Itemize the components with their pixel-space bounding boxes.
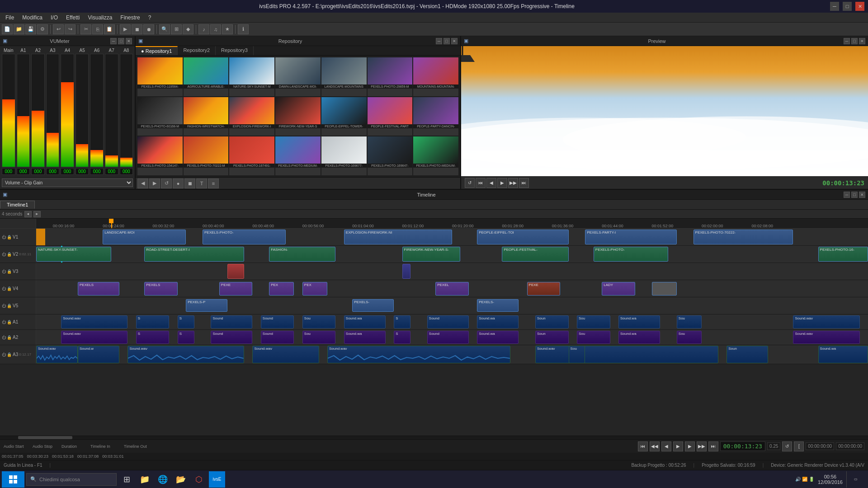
track-v2-power[interactable]: ⏻ [2, 252, 6, 257]
v4-clip-9[interactable] [652, 282, 677, 296]
track-a2-lock[interactable]: 🔒 [7, 335, 12, 340]
v1-clip-photo[interactable]: PEXELS-PHOTO- [203, 230, 286, 244]
repo-thumb-12[interactable]: PEOPLE-FESTIVAL-PART [368, 97, 413, 136]
repo-thumb-3[interactable]: DAWN-LANDSCAPE-MOI- [275, 57, 321, 96]
preview-minimize[interactable]: ─ [844, 38, 850, 44]
track-a3-lock[interactable]: 🔒 [7, 352, 12, 357]
a1-clip-14[interactable]: Sou [677, 315, 702, 328]
repo-thumb-7[interactable]: PEXELS-PHOTO-60168-M [137, 97, 183, 136]
close-button[interactable]: ✕ [855, 2, 864, 11]
a2-clip-3[interactable]: S [178, 331, 194, 344]
a2-clip-7[interactable]: Sound.wa [344, 331, 386, 344]
taskbar-ivse-app[interactable]: ivsE [209, 471, 225, 488]
track-a3-power[interactable]: ⏻ [2, 352, 6, 357]
preview-prev-frame[interactable]: ◀ [486, 178, 496, 188]
v2-clip-nature[interactable]: NATURE-SKY-SUNSET- [36, 247, 111, 262]
timeline-close[interactable]: ✕ [859, 192, 865, 198]
track-v4-power[interactable]: ⏻ [2, 286, 6, 291]
repository-minimize[interactable]: ─ [436, 38, 442, 44]
repo-tab-3[interactable]: Repository3 [216, 46, 254, 55]
a2-clip-10[interactable]: Sound.wa [477, 331, 519, 344]
track-v5-lock[interactable]: 🔒 [7, 304, 12, 308]
vu-meter-minimize[interactable]: ─ [110, 38, 117, 44]
scale-right[interactable]: ► [33, 211, 41, 217]
track-v1-content[interactable]: LANDSCAPE-MOI PEXELS-PHOTO- EXPLOSION-FI… [36, 229, 868, 245]
a3-clip-3[interactable]: Sound.wav [127, 346, 244, 363]
v4-clip-8[interactable]: LADY [602, 282, 635, 296]
repo-thumb-13[interactable]: PEOPLE-PARTY-DANCIN- [413, 97, 458, 136]
repository-close[interactable]: ✕ [451, 38, 458, 44]
a1-clip-1[interactable]: Sound.wav [61, 315, 127, 328]
transport-rewind[interactable]: ⏮ [638, 441, 648, 451]
timeline-scroll[interactable] [0, 436, 868, 439]
a2-clip-6[interactable]: Sou [302, 331, 336, 344]
v2-clip-firework[interactable]: FIREWORK-NEW-YEAR-S- [402, 247, 461, 262]
repo-btn-1[interactable]: ◀ [137, 178, 148, 188]
v1-clip-people[interactable]: PEOPLE-EIFFEL-TOI [477, 230, 568, 244]
scale-left[interactable]: ◄ [24, 211, 32, 217]
track-a3-content[interactable]: Sound.wav Sound.w Sound.wav Sound.wav So… [36, 345, 868, 364]
repo-btn-5[interactable]: ⏹ [184, 178, 195, 188]
repo-thumb-17[interactable]: PEXELS-PHOTO-MEDIUM- [275, 136, 321, 175]
repo-thumb-16[interactable]: PEXELS-PHOTO-167491- [229, 136, 274, 175]
toolbar-cut[interactable]: ✂ [80, 24, 91, 34]
a3-clip-8[interactable]: Soun [726, 346, 768, 363]
a2-clip-14[interactable]: Sou [677, 331, 702, 344]
v4-clip-7[interactable]: PEXE [527, 282, 561, 296]
v1-clip-photo2[interactable]: PEXELS-PHOTO-70222- [693, 230, 793, 244]
toolbar-copy[interactable]: ⎘ [92, 24, 103, 34]
a3-clip-7[interactable]: Sou [569, 346, 585, 363]
scroll-thumb[interactable] [18, 436, 72, 439]
track-v3-lock[interactable]: 🔒 [7, 269, 12, 274]
repo-btn-2[interactable]: ▶ [149, 178, 160, 188]
a3-clip-9[interactable]: Sound.wa [818, 346, 868, 363]
menu-file[interactable]: File [2, 14, 18, 22]
toolbar-new[interactable]: 📄 [2, 24, 13, 34]
toolbar-fx[interactable]: ★ [222, 24, 233, 34]
toolbar-audio2[interactable]: ♫ [210, 24, 221, 34]
show-desktop[interactable]: ▭ [846, 471, 863, 488]
track-v4-content[interactable]: PEXELS PEXELS PEXE PEX PEX PEXEL PEXE LA… [36, 280, 868, 297]
menu-help[interactable]: ? [145, 14, 155, 22]
a1-clip-9[interactable]: Sound [427, 315, 469, 328]
repo-thumb-20[interactable]: PEXELS-PHOTO-MEDIUM- [413, 136, 458, 175]
a1-clip-2[interactable]: S [136, 315, 170, 328]
v4-clip-6[interactable]: PEXEL [435, 282, 469, 296]
track-v1-power[interactable]: ⏻ [2, 235, 6, 239]
a1-clip-11[interactable]: Soun [535, 315, 569, 328]
a2-clip-9[interactable]: Sound [427, 331, 469, 344]
v4-clip-4[interactable]: PEX [269, 282, 294, 296]
maximize-button[interactable]: □ [843, 2, 852, 11]
v4-clip-2[interactable]: PEXELS [144, 282, 178, 296]
repo-btn-add[interactable]: T [196, 178, 207, 188]
transport-next-frame[interactable]: ▶ [685, 441, 695, 451]
v4-clip-1[interactable]: PEXELS [78, 282, 119, 296]
transport-play[interactable]: ▶ [673, 441, 683, 451]
taskbar-view-icon[interactable]: ⊞ [118, 471, 135, 488]
v5-clip-3[interactable]: PEXELS- [477, 299, 519, 312]
a2-clip-15[interactable]: Sound.wav [793, 331, 859, 344]
repo-btn-3[interactable]: ↺ [161, 178, 172, 188]
track-a1-lock[interactable]: 🔒 [7, 320, 12, 324]
vu-dropdown[interactable]: Volume - Clip Gain [2, 178, 133, 187]
menu-effetti[interactable]: Effetti [62, 14, 83, 22]
repo-thumb-1[interactable]: AGRICULTURE-ARABLE- [184, 57, 229, 96]
toolbar-paste[interactable]: 📋 [104, 24, 115, 34]
toolbar-undo[interactable]: ↩ [53, 24, 64, 34]
v2-clip-road[interactable]: ROAD-STREET-DESERT-I [144, 247, 244, 262]
v5-clip-1[interactable]: PEXELS-P [186, 299, 227, 312]
v4-clip-3[interactable]: PEXE [219, 282, 253, 296]
preview-next-frame[interactable]: ▶▶ [508, 178, 518, 188]
v2-clip-photo3[interactable]: PEXELS-PHOTO- [594, 247, 669, 262]
taskbar-edge[interactable]: 🌐 [155, 471, 171, 488]
v1-clip-explosion[interactable]: EXPLOSION-FIREWORK-NI [344, 230, 452, 244]
preview-close[interactable]: ✕ [859, 38, 865, 44]
transport-prev-frame[interactable]: ◀ [661, 441, 671, 451]
track-a2-content[interactable]: Sound.wav S S Sound Sound Sou Sound.wa S… [36, 330, 868, 345]
loop-btn[interactable]: ↺ [782, 441, 792, 451]
repo-btn-list[interactable]: ≡ [208, 178, 219, 188]
repo-tab-1[interactable]: ● Repository1 [136, 46, 178, 55]
timeline-tab-1[interactable]: Timeline1 [0, 201, 35, 209]
toolbar-audio1[interactable]: ♪ [198, 24, 209, 34]
repo-thumb-15[interactable]: PEXELS-PHOTO-70222-M [184, 136, 229, 175]
